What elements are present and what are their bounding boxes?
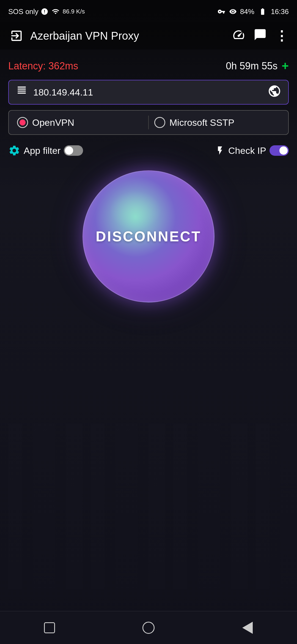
app-title: Azerbaijan VPN Proxy [30, 30, 232, 42]
triangle-icon [242, 622, 253, 634]
battery-level: 84% [240, 7, 254, 16]
clock: 16:36 [271, 7, 289, 16]
back-nav-button[interactable] [237, 620, 258, 636]
server-icon [16, 85, 28, 100]
check-ip-knob [279, 146, 288, 155]
openvpn-label: OpenVPN [32, 117, 74, 128]
disconnect-button[interactable]: DISCONNECT [82, 170, 215, 302]
status-bar-left: SOS only 86.9 K/s [8, 7, 85, 16]
status-bar-right: 84% 16:36 [217, 7, 289, 16]
app-filter-label: App filter [24, 145, 61, 156]
sstp-label: Microsoft SSTP [169, 117, 234, 128]
latency-row: Latency: 362ms 0h 59m 55s + [8, 55, 289, 77]
protocol-selector: OpenVPN Microsoft SSTP [8, 110, 289, 135]
app-filter-knob [65, 146, 73, 155]
header-actions: ⋮ [232, 28, 289, 44]
gear-icon [8, 144, 20, 157]
app-filter-toggle[interactable] [64, 145, 83, 156]
add-time-button[interactable]: + [282, 59, 289, 73]
bottom-nav [0, 611, 297, 644]
check-ip-group: Check IP [215, 144, 289, 157]
network-speed: 86.9 K/s [63, 8, 85, 15]
sos-indicator: SOS only [8, 7, 38, 16]
openvpn-radio[interactable] [17, 117, 28, 128]
speed-button[interactable] [232, 28, 245, 44]
back-button[interactable] [8, 28, 25, 44]
square-icon [44, 622, 55, 633]
app-filter-group: App filter [8, 144, 83, 157]
disconnect-label: DISCONNECT [96, 228, 201, 245]
protocol-divider [148, 116, 149, 129]
server-input-container [8, 80, 289, 105]
latency-display: Latency: 362ms [8, 60, 78, 72]
vpn-key-icon [217, 8, 226, 15]
battery-icon [257, 8, 269, 15]
status-bar: SOS only 86.9 K/s 84% 16:36 [0, 0, 297, 22]
openvpn-radio-dot [20, 119, 26, 125]
filter-row: App filter Check IP [8, 142, 289, 159]
timer-row: 0h 59m 55s + [226, 59, 289, 73]
eye-icon [228, 8, 238, 15]
check-ip-label: Check IP [228, 145, 266, 156]
home-button[interactable] [138, 620, 160, 636]
openvpn-option[interactable]: OpenVPN [17, 117, 143, 128]
alert-icon [41, 8, 48, 15]
wifi-icon [51, 8, 61, 15]
circle-icon [142, 622, 155, 634]
timer-display: 0h 59m 55s [226, 60, 277, 72]
message-button[interactable] [254, 28, 267, 44]
app-header: Azerbaijan VPN Proxy ⋮ [0, 22, 297, 50]
main-content: Latency: 362ms 0h 59m 55s + OpenVPN [0, 50, 297, 308]
bolt-icon [215, 144, 225, 157]
more-button[interactable]: ⋮ [275, 28, 289, 43]
check-ip-toggle[interactable] [270, 145, 289, 156]
recent-apps-button[interactable] [38, 620, 61, 636]
sstp-option[interactable]: Microsoft SSTP [154, 117, 280, 128]
sstp-radio[interactable] [154, 117, 165, 128]
server-ip-input[interactable] [33, 87, 268, 98]
disconnect-container: DISCONNECT [8, 170, 289, 302]
globe-button[interactable] [268, 84, 281, 100]
